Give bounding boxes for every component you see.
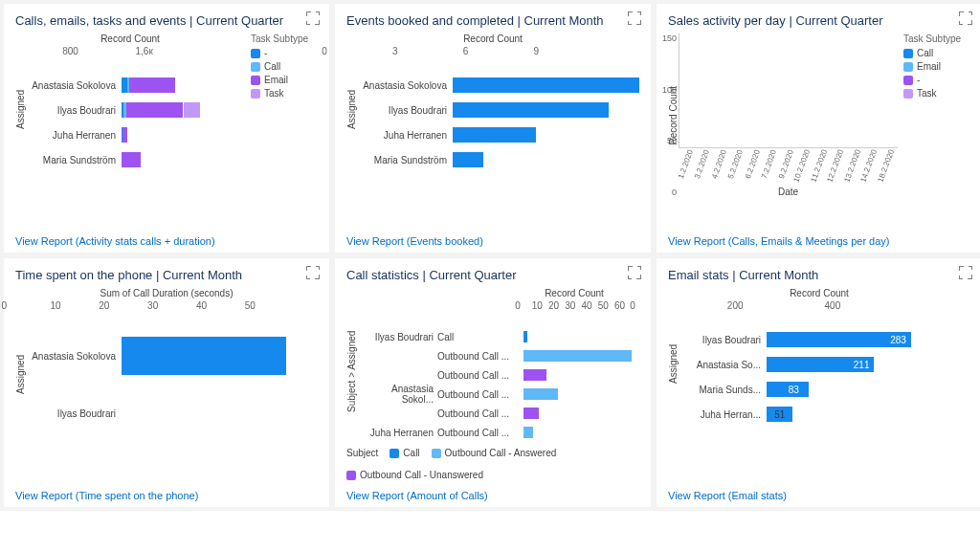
y-tick: 100 bbox=[654, 85, 677, 95]
legend-item: Email bbox=[251, 75, 318, 85]
x-tick: 0 bbox=[0, 46, 62, 56]
category-label: Maria Sunds... bbox=[679, 385, 767, 395]
x-tick: 30 bbox=[565, 300, 581, 311]
y-axis-label: Assigned bbox=[346, 46, 357, 172]
x-tick: 1,6к bbox=[135, 46, 208, 56]
bar-row: Anastasia Sokolova bbox=[26, 73, 245, 98]
card-title: Sales activity per day | Current Quarter bbox=[668, 13, 970, 28]
value-label: 211 bbox=[850, 357, 870, 372]
bar bbox=[453, 127, 536, 143]
value-label: 83 bbox=[785, 382, 799, 397]
legend-title: Task Subtype bbox=[903, 33, 970, 44]
view-report-link[interactable]: View Report (Time spent on the phone) bbox=[15, 484, 318, 501]
bar-row: Ilyas Boudrari bbox=[357, 98, 639, 122]
group-label: Anastasia Sokol... bbox=[357, 384, 437, 405]
x-axis-label: Sum of Call Duration (seconds) bbox=[15, 288, 318, 298]
bar-row: Outbound Call ... bbox=[357, 346, 639, 365]
category-label: Anastasia Sokolova bbox=[26, 80, 122, 91]
category-label: Anastasia Sokolova bbox=[357, 80, 453, 91]
y-tick: 50 bbox=[654, 136, 677, 145]
card-title: Events booked and completed | Current Mo… bbox=[346, 13, 639, 28]
sub-label: Outbound Call ... bbox=[437, 389, 523, 400]
x-tick: 0 bbox=[322, 46, 392, 56]
card-calls-emails-tasks-events: Calls, emails, tasks and events | Curren… bbox=[4, 4, 329, 253]
expand-icon[interactable] bbox=[306, 11, 320, 25]
card-events-booked: Events booked and completed | Current Mo… bbox=[335, 4, 651, 253]
category-label: Anastasia Sokolova bbox=[26, 351, 122, 362]
bar-row: Maria Sundström bbox=[357, 147, 639, 172]
bar-row: Juha Herran... 51 bbox=[679, 402, 970, 427]
view-report-link[interactable]: View Report (Email stats) bbox=[668, 484, 970, 501]
bar-row: Ilyas Boudrari 283 bbox=[679, 327, 970, 352]
x-tick: 20 bbox=[99, 300, 147, 311]
x-tick: 400 bbox=[825, 300, 923, 311]
bar-row: Juha Herranen Outbound Call ... bbox=[357, 423, 639, 442]
y-tick: 150 bbox=[654, 33, 677, 43]
sub-label: Outbound Call ... bbox=[437, 428, 523, 438]
bar bbox=[453, 152, 483, 167]
bar bbox=[523, 369, 546, 381]
x-axis-label: Record Count bbox=[668, 288, 970, 298]
bar bbox=[523, 408, 539, 419]
bar-row: Ilyas Boudrari bbox=[26, 98, 245, 122]
legend-item: Task bbox=[903, 88, 970, 99]
value-label: 51 bbox=[770, 407, 785, 422]
expand-icon[interactable] bbox=[628, 266, 641, 279]
card-email-stats: Email stats | Current Month Record Count… bbox=[657, 258, 980, 507]
bar-row: Outbound Call ... bbox=[357, 365, 639, 385]
bar-row: Juha Herranen bbox=[357, 122, 639, 147]
bar-row: Outbound Call ... bbox=[357, 404, 639, 423]
x-tick: 50 bbox=[598, 300, 614, 311]
legend-title: Task Subtype bbox=[251, 33, 318, 44]
view-report-link[interactable]: View Report (Calls, Emails & Meetings pe… bbox=[668, 230, 970, 247]
category-label: Ilyas Boudrari bbox=[357, 105, 453, 116]
category-label: Ilyas Boudrari bbox=[679, 335, 767, 345]
x-tick: 40 bbox=[581, 300, 597, 311]
bar-row: Maria Sunds... 83 bbox=[679, 377, 970, 402]
category-label: Ilyas Boudrari bbox=[26, 408, 122, 419]
expand-icon[interactable] bbox=[628, 11, 641, 25]
view-report-link[interactable]: View Report (Activity stats calls + dura… bbox=[15, 230, 318, 247]
category-label: Juha Herranen bbox=[26, 130, 122, 141]
category-label: Anastasia So... bbox=[679, 360, 767, 370]
bar-segment bbox=[126, 102, 184, 118]
category-label: Ilyas Boudrari bbox=[26, 105, 122, 116]
legend-swatch bbox=[903, 89, 913, 99]
expand-icon[interactable] bbox=[959, 266, 972, 279]
legend-item: Email bbox=[903, 61, 970, 72]
x-tick: 10 bbox=[50, 300, 99, 311]
dashboard: Calls, emails, tasks and events | Curren… bbox=[0, 0, 980, 511]
legend-item: Call bbox=[251, 61, 318, 72]
card-sales-activity: Sales activity per day | Current Quarter… bbox=[657, 4, 980, 253]
legend-swatch bbox=[903, 62, 913, 72]
bar bbox=[523, 427, 533, 438]
x-axis-label: Record Count bbox=[15, 33, 245, 44]
group-label: Ilyas Boudrari bbox=[357, 332, 437, 342]
card-title: Time spent on the phone | Current Month bbox=[15, 268, 318, 282]
x-tick: 3 bbox=[392, 46, 463, 56]
legend-swatch bbox=[251, 62, 260, 72]
legend-item: Call bbox=[390, 448, 419, 458]
expand-icon[interactable] bbox=[959, 11, 972, 25]
y-axis-label: Subject > Assigned bbox=[346, 300, 357, 442]
category-label: Maria Sundström bbox=[357, 155, 453, 165]
view-report-link[interactable]: View Report (Amount of Calls) bbox=[346, 484, 639, 501]
x-tick: 0 bbox=[2, 300, 51, 311]
expand-icon[interactable] bbox=[306, 266, 320, 279]
bar bbox=[523, 388, 558, 400]
legend-item: Task bbox=[251, 88, 318, 99]
legend-swatch bbox=[251, 49, 260, 58]
category-label: Juha Herranen bbox=[357, 130, 453, 141]
x-tick: 40 bbox=[196, 300, 245, 311]
card-title: Call statistics | Current Quarter bbox=[346, 268, 639, 282]
x-tick: 50 bbox=[245, 300, 294, 311]
sub-label: Outbound Call ... bbox=[437, 370, 523, 381]
value-label: 283 bbox=[886, 332, 906, 347]
bar-row: Ilyas Boudrari bbox=[26, 385, 318, 442]
y-axis-label: Assigned bbox=[15, 46, 26, 172]
x-axis-label: Record Count bbox=[346, 33, 639, 44]
view-report-link[interactable]: View Report (Events booked) bbox=[346, 230, 639, 247]
legend-swatch bbox=[251, 89, 260, 99]
legend-item: Call bbox=[903, 48, 970, 58]
legend-item: - bbox=[251, 48, 318, 58]
